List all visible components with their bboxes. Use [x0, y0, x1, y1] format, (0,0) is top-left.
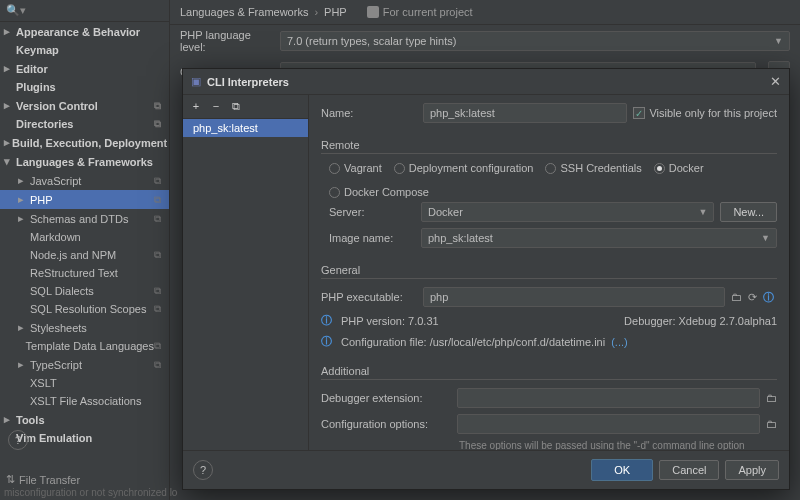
radio-dot-icon: [545, 163, 556, 174]
sidebar-item-label: Directories: [16, 118, 73, 130]
radio-dot-icon: [329, 163, 340, 174]
caret-icon: ▸: [18, 174, 28, 187]
breadcrumb-item[interactable]: PHP: [324, 6, 347, 18]
breadcrumb-item[interactable]: Languages & Frameworks: [180, 6, 308, 18]
dialog-titlebar: ▣ CLI Interpreters ✕: [183, 69, 789, 95]
sidebar-item-tools[interactable]: ▸Tools: [0, 410, 169, 429]
sidebar-item-label: Languages & Frameworks: [16, 156, 153, 168]
sidebar-item-javascript[interactable]: ▸JavaScript⧉: [0, 171, 169, 190]
project-scope-icon: ⧉: [154, 175, 165, 187]
sidebar-item-label: SQL Resolution Scopes: [30, 303, 146, 315]
radio-docker[interactable]: Docker: [654, 162, 704, 174]
radio-vagrant[interactable]: Vagrant: [329, 162, 382, 174]
name-input[interactable]: [423, 103, 627, 123]
sidebar-item-keymap[interactable]: Keymap: [0, 41, 169, 59]
remote-section-title: Remote: [321, 139, 777, 154]
sidebar-item-typescript[interactable]: ▸TypeScript⧉: [0, 355, 169, 374]
sidebar-item-label: Schemas and DTDs: [30, 213, 128, 225]
sidebar-item-label: Appearance & Behavior: [16, 26, 140, 38]
new-server-button[interactable]: New...: [720, 202, 777, 222]
help-button[interactable]: ?: [8, 430, 28, 450]
radio-dot-icon: [394, 163, 405, 174]
config-options-input[interactable]: [457, 414, 760, 434]
info-icon[interactable]: ⓘ: [763, 290, 777, 305]
sidebar-item-label: Plugins: [16, 81, 56, 93]
caret-icon: ▾: [4, 155, 14, 168]
visible-only-checkbox[interactable]: ✓ Visible only for this project: [633, 107, 777, 119]
folder-icon[interactable]: 🗀: [766, 418, 777, 430]
sidebar-item-label: JavaScript: [30, 175, 81, 187]
sidebar-item-stylesheets[interactable]: ▸Stylesheets: [0, 318, 169, 337]
caret-icon: ▸: [4, 25, 14, 38]
name-label: Name:: [321, 107, 417, 119]
reload-icon[interactable]: ⟳: [748, 291, 757, 304]
sidebar-item-sql-dialects[interactable]: SQL Dialects⧉: [0, 282, 169, 300]
sidebar-item-label: Build, Execution, Deployment: [12, 137, 167, 149]
sidebar-item-appearance-behavior[interactable]: ▸Appearance & Behavior: [0, 22, 169, 41]
remote-type-radios: VagrantDeployment configurationSSH Crede…: [329, 162, 777, 198]
caret-icon: ▸: [18, 212, 28, 225]
sidebar-item-languages-frameworks[interactable]: ▾Languages & Frameworks: [0, 152, 169, 171]
config-options-label: Configuration options:: [321, 418, 451, 430]
sidebar-item-plugins[interactable]: Plugins: [0, 78, 169, 96]
add-button[interactable]: +: [189, 100, 203, 113]
chevron-right-icon: ›: [314, 6, 318, 18]
sidebar-item-xslt-file-associations[interactable]: XSLT File Associations: [0, 392, 169, 410]
cli-interpreters-dialog: ▣ CLI Interpreters ✕ + − ⧉ php_sk:latest…: [182, 68, 790, 490]
cancel-button[interactable]: Cancel: [659, 460, 719, 480]
sidebar-item-sql-resolution-scopes[interactable]: SQL Resolution Scopes⧉: [0, 300, 169, 318]
project-scope-icon: ⧉: [154, 359, 165, 371]
settings-sidebar: 🔍▾ ▸Appearance & BehaviorKeymap▸EditorPl…: [0, 0, 170, 500]
sidebar-item-build-execution-deployment[interactable]: ▸Build, Execution, Deployment: [0, 133, 169, 152]
sidebar-item-label: XSLT: [30, 377, 57, 389]
sidebar-item-restructured-text[interactable]: ReStructured Text: [0, 264, 169, 282]
php-version-text: PHP version: 7.0.31: [341, 315, 439, 327]
close-button[interactable]: ✕: [770, 74, 781, 89]
sidebar-item-php[interactable]: ▸PHP⧉: [0, 190, 169, 209]
image-name-select[interactable]: php_sk:latest ▼: [421, 228, 777, 248]
php-language-level-select[interactable]: 7.0 (return types, scalar type hints) ▼: [280, 31, 790, 51]
sidebar-item-label: PHP: [30, 194, 53, 206]
folder-icon[interactable]: 🗀: [731, 291, 742, 303]
sidebar-item-node-js-and-npm[interactable]: Node.js and NPM⧉: [0, 246, 169, 264]
checkbox-icon: ✓: [633, 107, 645, 119]
radio-dot-icon: [329, 187, 340, 198]
radio-docker-compose[interactable]: Docker Compose: [329, 186, 429, 198]
debugger-extension-label: Debugger extension:: [321, 392, 451, 404]
sidebar-item-template-data-languages[interactable]: Template Data Languages⧉: [0, 337, 169, 355]
sidebar-item-markdown[interactable]: Markdown: [0, 228, 169, 246]
sidebar-item-xslt[interactable]: XSLT: [0, 374, 169, 392]
project-badge: For current project: [367, 6, 473, 18]
apply-button[interactable]: Apply: [725, 460, 779, 480]
sidebar-item-label: Tools: [16, 414, 45, 426]
sidebar-item-label: Node.js and NPM: [30, 249, 116, 261]
server-select[interactable]: Docker ▼: [421, 202, 714, 222]
debugger-extension-input[interactable]: [457, 388, 760, 408]
caret-icon: ▸: [4, 99, 14, 112]
sidebar-search[interactable]: 🔍▾: [0, 0, 169, 22]
help-button[interactable]: ?: [193, 460, 213, 480]
general-section-title: General: [321, 264, 777, 279]
sidebar-item-label: Keymap: [16, 44, 59, 56]
sidebar-item-label: Stylesheets: [30, 322, 87, 334]
sidebar-item-version-control[interactable]: ▸Version Control⧉: [0, 96, 169, 115]
config-file-more-link[interactable]: (...): [611, 336, 628, 348]
interpreter-list-item[interactable]: php_sk:latest: [183, 119, 308, 137]
radio-deployment-configuration[interactable]: Deployment configuration: [394, 162, 534, 174]
sidebar-item-directories[interactable]: Directories⧉: [0, 115, 169, 133]
status-text: misconfiguration or not synchronized loc: [0, 485, 178, 500]
radio-ssh-credentials[interactable]: SSH Credentials: [545, 162, 641, 174]
info-icon: ⓘ: [321, 313, 335, 328]
folder-icon[interactable]: 🗀: [766, 392, 777, 404]
sidebar-item-editor[interactable]: ▸Editor: [0, 59, 169, 78]
php-language-level-label: PHP language level:: [180, 29, 272, 53]
sidebar-item-label: XSLT File Associations: [30, 395, 141, 407]
php-executable-input[interactable]: [423, 287, 725, 307]
sidebar-item-schemas-and-dtds[interactable]: ▸Schemas and DTDs⧉: [0, 209, 169, 228]
dialog-footer: ? OK Cancel Apply: [183, 450, 789, 489]
ok-button[interactable]: OK: [591, 459, 653, 481]
remove-button[interactable]: −: [209, 100, 223, 113]
copy-button[interactable]: ⧉: [229, 100, 243, 113]
sidebar-item-label: SQL Dialects: [30, 285, 94, 297]
interpreter-list-panel: + − ⧉ php_sk:latest: [183, 95, 309, 450]
